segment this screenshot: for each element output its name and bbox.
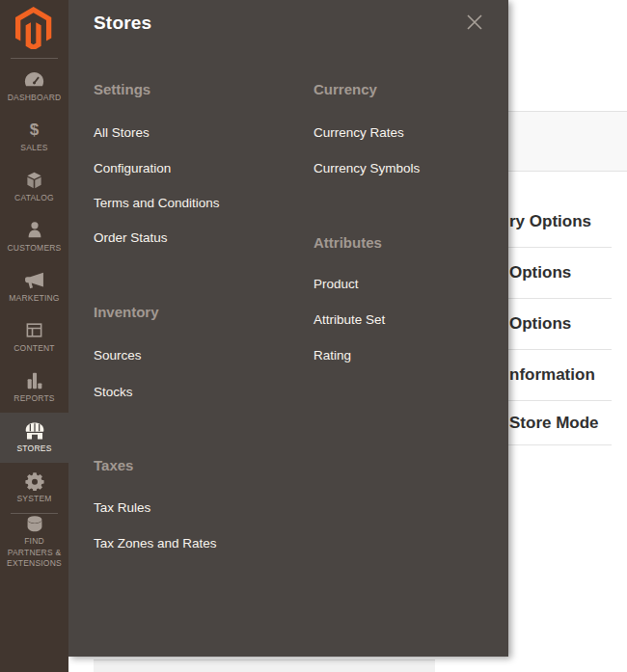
flyout-heading-currency: Currency: [314, 81, 377, 98]
sidebar-item-label: FIND PARTNERS & EXTENSIONS: [4, 536, 66, 569]
admin-sidebar: DASHBOARD $ SALES CATALOG: [0, 0, 68, 672]
customers-icon: [27, 221, 42, 240]
config-section-title: nformation: [509, 365, 595, 385]
flyout-heading-inventory: Inventory: [94, 304, 159, 321]
sidebar-item-customers[interactable]: CUSTOMERS: [0, 212, 68, 262]
flyout-item-configuration[interactable]: Configuration: [94, 160, 171, 177]
sales-icon: $: [30, 121, 39, 140]
content-icon: [25, 321, 43, 340]
catalog-icon: [25, 171, 43, 190]
dashboard-icon: [24, 70, 44, 90]
flyout-item-sources[interactable]: Sources: [94, 347, 142, 364]
config-section-title: ry Options: [509, 212, 591, 231]
flyout-item-order-status[interactable]: Order Status: [94, 229, 168, 247]
flyout-item-currency-symbols[interactable]: Currency Symbols: [314, 160, 420, 177]
sidebar-item-label: DASHBOARD: [4, 93, 66, 103]
magento-logo[interactable]: [0, 0, 68, 54]
sidebar-item-label: REPORTS: [4, 393, 66, 404]
flyout-item-attribute-set[interactable]: Attribute Set: [314, 311, 385, 329]
config-section-title: Options: [509, 314, 571, 334]
flyout-item-currency-rates[interactable]: Currency Rates: [314, 124, 404, 142]
close-icon: [467, 14, 482, 30]
sidebar-item-marketing[interactable]: MARKETING: [0, 262, 68, 312]
config-section-title: Options: [509, 263, 571, 282]
flyout-item-product[interactable]: Product: [314, 276, 359, 293]
sidebar-item-label: SYSTEM: [4, 494, 66, 504]
sidebar-item-system[interactable]: SYSTEM: [0, 463, 68, 513]
sidebar-item-label: STORES: [4, 444, 66, 454]
flyout-item-terms-and-conditions[interactable]: Terms and Conditions: [94, 195, 220, 212]
sidebar-item-content[interactable]: CONTENT: [0, 312, 68, 363]
flyout-item-rating[interactable]: Rating: [314, 347, 351, 364]
close-button[interactable]: [465, 13, 484, 32]
stores-icon: [24, 421, 45, 441]
config-section-title: Store Mode: [509, 414, 599, 433]
magento-logo-icon: [15, 7, 52, 49]
flyout-title: Stores: [94, 13, 151, 34]
find-partners-icon: [25, 514, 44, 533]
flyout-item-tax-rules[interactable]: Tax Rules: [94, 499, 150, 517]
sidebar-item-label: SALES: [4, 143, 66, 153]
flyout-item-stocks[interactable]: Stocks: [94, 384, 133, 401]
flyout-item-all-stores[interactable]: All Stores: [94, 124, 150, 142]
sidebar-item-label: CUSTOMERS: [4, 243, 66, 254]
content-panel-edge: [94, 659, 435, 672]
flyout-heading-taxes: Taxes: [94, 457, 133, 474]
sidebar-item-label: CATALOG: [4, 193, 66, 203]
sidebar-nav: DASHBOARD $ SALES CATALOG: [0, 62, 68, 570]
sidebar-item-dashboard[interactable]: DASHBOARD: [0, 62, 68, 112]
flyout-heading-attributes: Attributes: [314, 234, 382, 252]
sidebar-divider: [11, 58, 58, 59]
reports-icon: [26, 371, 43, 390]
system-icon: [25, 471, 44, 491]
sidebar-item-find-partners[interactable]: FIND PARTNERS & EXTENSIONS: [0, 514, 68, 570]
sidebar-item-label: MARKETING: [4, 293, 66, 304]
stores-flyout-menu: Stores Settings All Stores Configuration…: [68, 0, 508, 657]
sidebar-item-label: CONTENT: [4, 343, 66, 354]
marketing-icon: [24, 271, 44, 290]
sidebar-item-reports[interactable]: REPORTS: [0, 363, 68, 413]
sidebar-item-stores[interactable]: STORES: [0, 413, 68, 463]
flyout-heading-settings: Settings: [94, 81, 150, 98]
sidebar-item-sales[interactable]: $ SALES: [0, 112, 68, 162]
sidebar-item-catalog[interactable]: CATALOG: [0, 162, 68, 212]
flyout-item-tax-zones-and-rates[interactable]: Tax Zones and Rates: [94, 535, 217, 552]
